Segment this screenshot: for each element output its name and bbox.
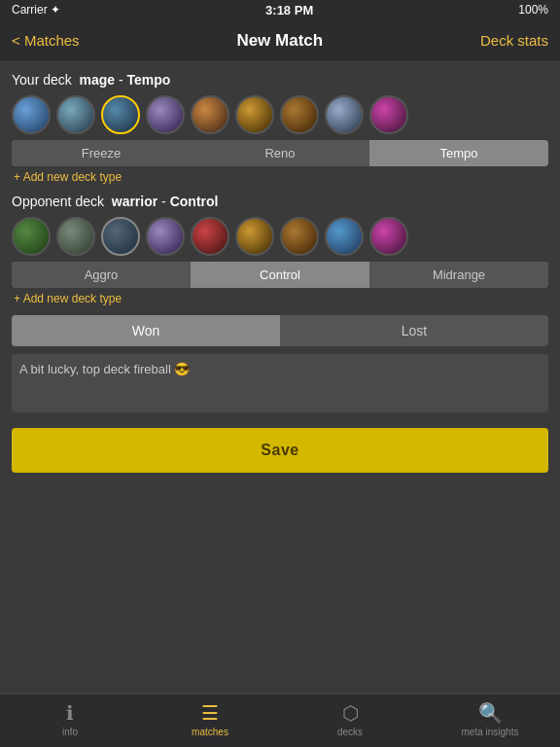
opponent-hero-icon-6[interactable] <box>280 217 319 256</box>
tab-bar-label-decks: decks <box>337 727 363 737</box>
save-button[interactable]: Save <box>12 428 548 473</box>
your-deck-label: Your deck mage - Tempo <box>12 72 548 88</box>
add-your-deck-type[interactable]: + Add new deck type <box>14 170 548 184</box>
opponent-deck-tabs: Aggro Control Midrange <box>12 262 548 288</box>
your-hero-icon-2[interactable] <box>101 95 140 134</box>
opponent-deck-section: Opponent deck warrior - Control Aggro Co… <box>12 194 548 305</box>
notes-input[interactable]: A bit lucky, top deck fireball 😎 <box>12 354 548 412</box>
add-opponent-deck-type[interactable]: + Add new deck type <box>14 292 548 305</box>
battery-text: 100% <box>518 3 548 17</box>
your-hero-icon-7[interactable] <box>325 95 364 134</box>
back-button[interactable]: < Matches <box>12 32 80 49</box>
opponent-deck-label: Opponent deck warrior - Control <box>12 194 548 209</box>
your-deck-class: mage <box>80 72 116 88</box>
your-deck-tabs: Freeze Reno Tempo <box>12 140 548 166</box>
opponent-hero-icon-8[interactable] <box>369 217 408 256</box>
nav-bar: < Matches New Match Deck stats <box>0 19 560 62</box>
carrier-text: Carrier ✦ <box>12 3 60 17</box>
won-lost-toggle: Won Lost <box>12 315 548 346</box>
lost-button[interactable]: Lost <box>280 315 548 346</box>
main-content: Your deck mage - Tempo Freeze Reno Tempo… <box>0 62 560 482</box>
your-hero-icon-4[interactable] <box>191 95 229 134</box>
info-icon: ℹ <box>66 701 74 725</box>
tab-bar-label-meta: meta insights <box>462 727 519 737</box>
your-deck-tab-0[interactable]: Freeze <box>12 140 191 166</box>
decks-icon: ⬡ <box>342 701 359 725</box>
your-deck-tab-2[interactable]: Tempo <box>369 140 548 166</box>
opponent-deck-class: warrior <box>112 194 158 209</box>
your-deck-name: Tempo <box>127 72 171 88</box>
opponent-deck-icons-row <box>12 217 548 256</box>
your-hero-icon-8[interactable] <box>369 95 408 134</box>
meta-icon: 🔍 <box>478 701 503 725</box>
your-deck-section: Your deck mage - Tempo Freeze Reno Tempo… <box>12 72 548 184</box>
tab-bar-label-info: info <box>62 727 78 737</box>
opponent-hero-icon-0[interactable] <box>12 217 51 256</box>
your-hero-icon-0[interactable] <box>12 95 51 134</box>
tab-bar: ℹ info ☰ matches ⬡ decks 🔍 meta insights <box>0 694 560 747</box>
your-deck-icons-row <box>12 95 548 134</box>
your-hero-icon-5[interactable] <box>235 95 274 134</box>
opponent-hero-icon-2[interactable] <box>101 217 140 256</box>
tab-bar-item-meta[interactable]: 🔍 meta insights <box>420 701 560 737</box>
opponent-hero-icon-5[interactable] <box>235 217 274 256</box>
status-bar: Carrier ✦ 3:18 PM 100% <box>0 0 560 19</box>
tab-bar-item-decks[interactable]: ⬡ decks <box>280 701 420 737</box>
your-deck-tab-1[interactable]: Reno <box>191 140 369 166</box>
deck-stats-button[interactable]: Deck stats <box>480 32 548 49</box>
opponent-hero-icon-3[interactable] <box>146 217 185 256</box>
tab-bar-item-info[interactable]: ℹ info <box>0 701 140 737</box>
your-hero-icon-6[interactable] <box>280 95 319 134</box>
nav-title: New Match <box>236 31 323 51</box>
tab-bar-label-matches: matches <box>192 727 228 737</box>
your-hero-icon-3[interactable] <box>146 95 185 134</box>
opponent-deck-name: Control <box>170 194 219 209</box>
opponent-hero-icon-4[interactable] <box>191 217 229 256</box>
tab-bar-item-matches[interactable]: ☰ matches <box>140 701 280 737</box>
matches-icon: ☰ <box>201 701 219 725</box>
opponent-deck-tab-1[interactable]: Control <box>191 262 369 288</box>
won-button[interactable]: Won <box>12 315 280 346</box>
opponent-hero-icon-7[interactable] <box>325 217 364 256</box>
time-text: 3:18 PM <box>265 3 313 18</box>
opponent-deck-tab-0[interactable]: Aggro <box>12 262 191 288</box>
opponent-deck-tab-2[interactable]: Midrange <box>369 262 548 288</box>
your-hero-icon-1[interactable] <box>56 95 95 134</box>
opponent-hero-icon-1[interactable] <box>56 217 95 256</box>
